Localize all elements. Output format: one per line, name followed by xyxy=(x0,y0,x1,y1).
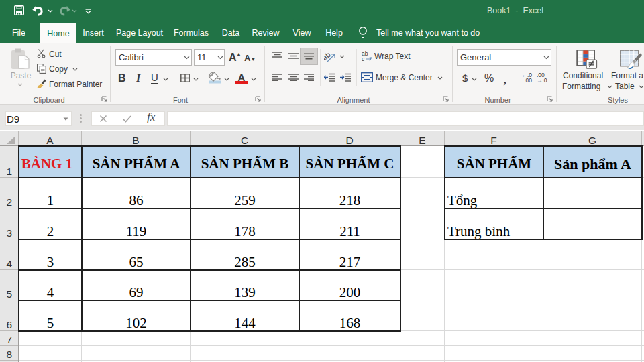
svg-text:ab: ab xyxy=(324,51,332,62)
